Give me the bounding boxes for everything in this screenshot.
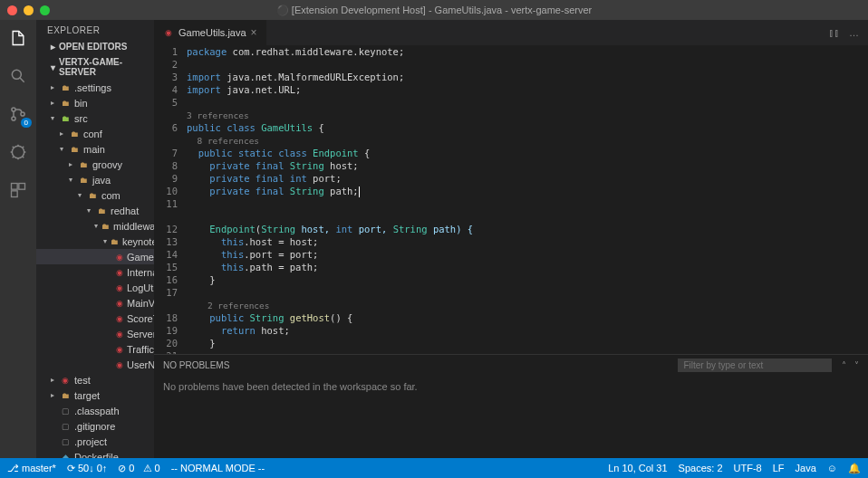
chevron-icon: ▸ [49,374,56,387]
maximize-window-icon[interactable] [40,5,50,15]
tree-item[interactable]: ◆Dockerfile [36,449,154,458]
gutter: 1234567891011121314151617181920212223242… [154,45,187,354]
git-sync[interactable]: ⟳50↓ 0↑ [67,463,107,474]
tree-item[interactable]: ▢.classpath [36,403,154,418]
java-icon: ◉ [116,252,123,263]
svg-rect-6 [19,184,25,190]
folder-icon: 🖿 [60,82,71,93]
error-icon: ⊘ [118,463,126,474]
statusbar: ⎇master* ⟳50↓ 0↑ ⊘0 ⚠0 -- NORMAL MODE --… [0,458,868,478]
tab-label: GameUtils.java [178,27,246,38]
minimize-window-icon[interactable] [24,5,34,15]
tree-item[interactable]: ▾🖿middleware [36,218,154,234]
chevron-icon: ▸ [49,389,56,402]
window-title: ⚫ [Extension Development Host] - GameUti… [276,5,592,16]
svg-point-4 [12,146,24,158]
tree-item[interactable]: ▾🖿src [36,110,154,126]
code-area[interactable]: 1234567891011121314151617181920212223242… [154,45,868,354]
folder-icon: 🖿 [69,129,80,139]
chevron-down-icon[interactable]: ˅ [854,360,859,370]
tree-item[interactable]: ◉InternalServiceVert... [36,264,154,280]
tree-item[interactable]: ◉TrafficServerVerti... [36,341,154,357]
tree-item[interactable]: ◉ServerVerticle.java [36,326,154,341]
folder-icon: 🖿 [69,144,80,155]
folder-icon: 🖿 [78,175,89,186]
tree-item[interactable]: ▾🖿keynote [36,234,154,249]
folder-icon: 🖿 [111,236,119,247]
file-icon: ▢ [60,421,71,432]
tree-item-label: keynote [122,235,154,248]
folder-icon: 🖿 [78,159,89,170]
svg-point-3 [21,112,24,116]
tree-item[interactable]: ▸🖿.settings [36,80,154,95]
tree-item[interactable]: ▾🖿com [36,187,154,203]
tree-item[interactable]: ▾🖿main [36,141,154,157]
tree-item[interactable]: ▢.project [36,434,154,449]
chevron-icon: ▾ [49,112,56,125]
explorer-icon[interactable] [7,27,29,49]
chevron-up-icon[interactable]: ˄ [842,360,846,370]
encoding[interactable]: UTF-8 [734,463,762,474]
search-icon[interactable] [7,65,29,87]
java-icon: ◉ [60,375,71,386]
tab-gameutils[interactable]: ◉ GameUtils.java × [154,20,267,45]
tree-item[interactable]: ◉MainVerticle.java [36,295,154,311]
tree-item[interactable]: ▸🖿target [36,387,154,403]
tree-item[interactable]: ◉UserNameGenerat... [36,357,154,372]
tree-item[interactable]: ◉LogUtils.java [36,280,154,295]
close-icon[interactable]: × [251,26,257,39]
source-control-icon[interactable] [7,103,29,125]
chevron-right-icon: ▸ [51,42,55,52]
split-editor-icon[interactable]: ⫿⫿ [829,27,840,38]
filter-input[interactable] [678,358,832,372]
chevron-icon: ▸ [49,97,56,110]
indentation[interactable]: Spaces: 2 [679,463,723,474]
java-icon: ◉ [116,298,123,309]
tree-item[interactable]: ▾🖿java [36,172,154,187]
tree-item[interactable]: ▾🖿redhat [36,203,154,218]
green-icon: 🖿 [60,113,71,124]
eol[interactable]: LF [773,463,785,474]
chevron-icon: ▾ [103,235,107,248]
main: EXPLORER ▸OPEN EDITORS ▾VERTX-GAME-SERVE… [0,20,868,458]
code[interactable]: package com.redhat.middleware.keynote;im… [187,45,868,354]
tree-item-label: Dockerfile [74,451,119,459]
tree-item-label: src [74,112,88,125]
cursor-position[interactable]: Ln 10, Col 31 [608,463,667,474]
tree-item-label: middleware [113,220,154,233]
svg-point-1 [12,108,15,111]
more-actions-icon[interactable]: … [849,27,859,38]
tree-item[interactable]: ◉ScoreTimerVerticl... [36,311,154,326]
titlebar: ⚫ [Extension Development Host] - GameUti… [0,0,868,20]
tree-item[interactable]: ▢.gitignore [36,418,154,434]
tree-item-label: com [101,189,121,202]
project-section[interactable]: ▾VERTX-GAME-SERVER [36,54,154,80]
tree-item[interactable]: ▸🖿groovy [36,157,154,172]
tree-item-label: GameUtils.java [127,251,154,263]
activitybar [0,20,36,458]
tree-item-label: InternalServiceVert... [127,266,154,279]
errors-count[interactable]: ⊘0 ⚠0 [118,463,159,474]
panel-header: NO PROBLEMS ˄ ˅ [154,355,868,376]
extensions-icon[interactable] [7,179,29,201]
tree-item-label: .project [74,435,107,448]
sidebar: EXPLORER ▸OPEN EDITORS ▾VERTX-GAME-SERVE… [36,20,154,458]
tree-item[interactable]: ▸🖿bin [36,95,154,110]
java-icon: ◉ [116,282,123,293]
panel-title: NO PROBLEMS [163,360,229,370]
feedback-icon[interactable]: ☺ [827,463,837,474]
tree-item[interactable]: ▸🖿conf [36,126,154,141]
tree-item[interactable]: ◉GameUtils.java [36,249,154,264]
language-mode[interactable]: Java [796,463,816,474]
java-icon: ◉ [116,344,123,355]
tree-item-label: target [74,389,100,402]
sync-icon: ⟳ [67,463,75,474]
problems-panel: NO PROBLEMS ˄ ˅ No problems have been de… [154,354,868,458]
git-branch[interactable]: ⎇master* [7,463,56,474]
open-editors-section[interactable]: ▸OPEN EDITORS [36,39,154,54]
close-window-icon[interactable] [7,5,17,15]
tree-item[interactable]: ▸◉test [36,372,154,387]
debug-icon[interactable] [7,141,29,163]
notifications-icon[interactable]: 🔔 [848,463,861,474]
chevron-icon: ▾ [85,205,92,217]
